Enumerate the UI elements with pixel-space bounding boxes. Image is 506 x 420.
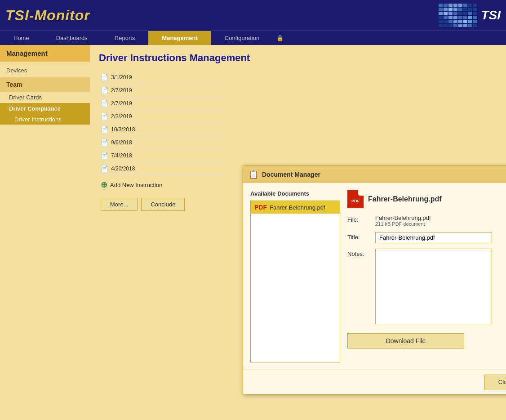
instruction-item-0[interactable]: 📄 3/1/2019 xyxy=(99,71,225,84)
doc-icon-1: 📄 xyxy=(101,87,108,94)
modal-right-panel: PDF Fahrer-Belehrung.pdf File: Fahrer-Be… xyxy=(347,190,506,362)
file-field-row: File: Fahrer-Belehrung.pdf 211 kB PDF do… xyxy=(347,214,506,227)
bottom-bar: More... Conclude xyxy=(99,195,225,214)
add-instruction-label: Add New Instruction xyxy=(110,182,162,188)
close-button[interactable]: Close xyxy=(484,375,506,389)
document-manager-modal: 📋 Document Manager Available Documents P… xyxy=(243,165,506,394)
page-title: Driver Instructions Management xyxy=(99,52,497,64)
file-name-value: Fahrer-Belehrung.pdf xyxy=(375,214,431,221)
pdf-icon-0: PDF xyxy=(254,204,267,211)
nav-reports[interactable]: Reports xyxy=(101,31,149,45)
modal-body: Available Documents PDF Fahrer-Belehrung… xyxy=(243,183,506,370)
instruction-date-5: 9/6/2018 xyxy=(111,139,132,146)
instruction-item-2[interactable]: 📄 2/7/2019 xyxy=(99,97,225,110)
pdf-big-icon: PDF xyxy=(347,190,364,208)
sidebar-item-driver-instructions[interactable]: Driver Instructions xyxy=(0,114,90,125)
modal-filename: Fahrer-Belehrung.pdf xyxy=(368,195,442,203)
doc-icon-7: 📄 xyxy=(101,165,108,172)
lock-icon: 🔒 xyxy=(273,31,287,45)
available-docs-label: Available Documents xyxy=(250,190,340,197)
title-field-row: Title: xyxy=(347,232,506,243)
sidebar: Management Devices Team Driver Cards Dri… xyxy=(0,45,90,420)
sidebar-item-driver-cards[interactable]: Driver Cards xyxy=(0,92,90,103)
instruction-date-3: 2/2/2019 xyxy=(111,113,132,120)
instruction-date-2: 2/7/2019 xyxy=(111,100,132,107)
modal-header-title: Document Manager xyxy=(262,171,320,178)
layout: Management Devices Team Driver Cards Dri… xyxy=(0,45,506,420)
doc-icon-2: 📄 xyxy=(101,100,108,107)
doc-icon-4: 📄 xyxy=(101,126,108,133)
modal-header: 📋 Document Manager xyxy=(243,166,506,183)
modal-header-icon: 📋 xyxy=(249,170,258,179)
title-input[interactable] xyxy=(375,232,492,243)
sidebar-devices[interactable]: Devices xyxy=(0,63,90,77)
notes-field-row: Notes: xyxy=(347,249,506,324)
doc-icon-6: 📄 xyxy=(101,152,108,159)
nav-management[interactable]: Management xyxy=(148,31,211,45)
main-nav: Home Dashboards Reports Management Confi… xyxy=(0,31,506,45)
logo-dots xyxy=(439,4,477,27)
instruction-item-6[interactable]: 📄 7/4/2018 xyxy=(99,149,225,162)
notes-textarea[interactable] xyxy=(375,249,492,324)
header: TSI-Monitor TSI xyxy=(0,0,506,31)
content-wrapper: 📄 3/1/2019 📄 2/7/2019 📄 2/7/2019 📄 2/2/2… xyxy=(99,71,497,214)
app-title: TSI-Monitor xyxy=(5,7,90,24)
nav-configuration[interactable]: Configuration xyxy=(211,31,273,45)
logo-grid xyxy=(439,4,477,27)
logo-text: TSI xyxy=(481,8,501,22)
doc-icon-3: 📄 xyxy=(101,113,108,120)
instruction-date-6: 7/4/2018 xyxy=(111,152,132,159)
title-label: Title: xyxy=(347,232,370,241)
instruction-item-4[interactable]: 📄 10/3/2018 xyxy=(99,123,225,136)
instruction-item-5[interactable]: 📄 9/6/2018 xyxy=(99,136,225,149)
file-value: Fahrer-Belehrung.pdf 211 kB PDF document xyxy=(375,214,431,227)
instruction-date-1: 2/7/2019 xyxy=(111,87,132,94)
instruction-date-7: 4/20/2018 xyxy=(111,165,135,172)
instructions-list: 📄 3/1/2019 📄 2/7/2019 📄 2/7/2019 📄 2/2/2… xyxy=(99,71,225,175)
instruction-item-3[interactable]: 📄 2/2/2019 xyxy=(99,110,225,123)
document-list: PDF Fahrer-Belehrung.pdf xyxy=(250,201,340,362)
file-meta-value: 211 kB PDF document xyxy=(375,221,431,227)
sidebar-team: Team xyxy=(0,77,90,92)
file-label: File: xyxy=(347,214,370,223)
plus-icon: ⊕ xyxy=(101,180,107,190)
modal-left-panel: Available Documents PDF Fahrer-Belehrung… xyxy=(250,190,340,362)
download-button[interactable]: Download File xyxy=(347,333,464,349)
doc-header: PDF Fahrer-Belehrung.pdf xyxy=(347,190,506,208)
sidebar-item-driver-compliance[interactable]: Driver Compliance xyxy=(0,103,90,114)
nav-home[interactable]: Home xyxy=(0,31,43,45)
instruction-date-4: 10/3/2018 xyxy=(111,126,135,133)
nav-dashboards[interactable]: Dashboards xyxy=(43,31,101,45)
modal-footer: Close xyxy=(243,370,506,394)
doc-icon-0: 📄 xyxy=(101,74,108,81)
sidebar-title: Management xyxy=(0,45,90,62)
instructions-list-area: 📄 3/1/2019 📄 2/7/2019 📄 2/7/2019 📄 2/2/2… xyxy=(99,71,225,214)
more-button[interactable]: More... xyxy=(101,198,138,211)
doc-icon-5: 📄 xyxy=(101,139,108,146)
pdf-big-icon-wrapper: PDF xyxy=(347,190,364,208)
title-tsi: TSI- xyxy=(5,7,34,23)
main-content: Driver Instructions Management 📄 3/1/201… xyxy=(90,45,506,420)
logo-area: TSI xyxy=(439,4,501,27)
pdf-icon-text: PDF xyxy=(351,199,360,203)
instruction-item-7[interactable]: 📄 4/20/2018 xyxy=(99,162,225,175)
notes-label: Notes: xyxy=(347,249,370,257)
title-monitor: Monitor xyxy=(34,7,90,23)
conclude-button[interactable]: Conclude xyxy=(141,198,185,211)
doc-item-0[interactable]: PDF Fahrer-Belehrung.pdf xyxy=(251,201,340,214)
instruction-item-1[interactable]: 📄 2/7/2019 xyxy=(99,84,225,97)
doc-name-0: Fahrer-Belehrung.pdf xyxy=(270,204,325,211)
instruction-date-0: 3/1/2019 xyxy=(111,74,132,80)
add-instruction-button[interactable]: ⊕ Add New Instruction xyxy=(99,178,225,192)
